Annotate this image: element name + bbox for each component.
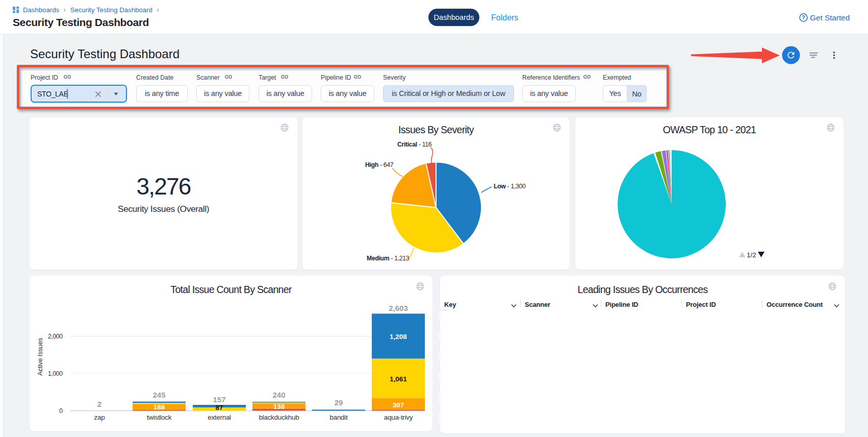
svg-text:240: 240 — [272, 391, 285, 399]
svg-text:?: ? — [802, 14, 805, 20]
svg-text:Medium - 1,213: Medium - 1,213 — [367, 255, 410, 262]
svg-text:aqua-trivy: aqua-trivy — [384, 414, 413, 421]
svg-text:0: 0 — [59, 407, 63, 415]
svg-text:Low - 1,300: Low - 1,300 — [494, 183, 526, 190]
svg-text:2,603: 2,603 — [389, 304, 408, 312]
svg-text:2: 2 — [97, 400, 101, 408]
svg-text:2,000: 2,000 — [48, 333, 63, 340]
svg-text:zap: zap — [94, 414, 105, 421]
svg-text:twistlock: twistlock — [147, 414, 172, 421]
svg-text:Critical - 116: Critical - 116 — [397, 141, 432, 148]
svg-text:blackduckhub: blackduckhub — [259, 414, 299, 421]
svg-text:157: 157 — [213, 395, 225, 404]
svg-text:188: 188 — [154, 403, 165, 411]
svg-text:bandit: bandit — [330, 414, 348, 421]
svg-text:Active Issues: Active Issues — [36, 337, 44, 376]
svg-text:1,208: 1,208 — [390, 333, 407, 341]
svg-text:external: external — [208, 414, 231, 421]
svg-text:1,061: 1,061 — [390, 375, 407, 383]
svg-text:1,000: 1,000 — [48, 370, 63, 377]
svg-text:29: 29 — [335, 398, 343, 407]
svg-text:High - 647: High - 647 — [365, 161, 394, 168]
svg-text:87: 87 — [215, 404, 223, 411]
svg-text:138: 138 — [273, 403, 285, 410]
svg-text:245: 245 — [152, 391, 165, 399]
svg-text:307: 307 — [393, 401, 404, 409]
svg-text:1/2: 1/2 — [747, 251, 756, 258]
